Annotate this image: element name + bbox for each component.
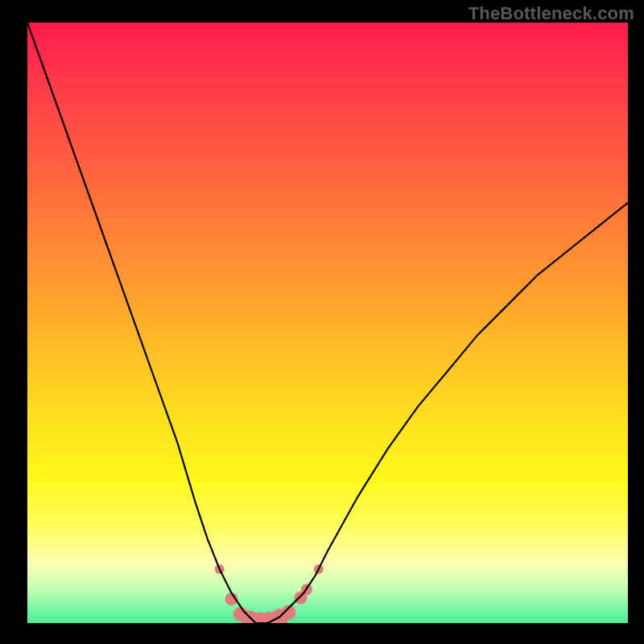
watermark-label: TheBottleneck.com xyxy=(469,3,634,24)
chart-frame: TheBottleneck.com xyxy=(0,0,644,644)
bottleneck-curve xyxy=(27,23,628,623)
chart-svg xyxy=(27,23,628,623)
plot-area xyxy=(27,23,628,623)
